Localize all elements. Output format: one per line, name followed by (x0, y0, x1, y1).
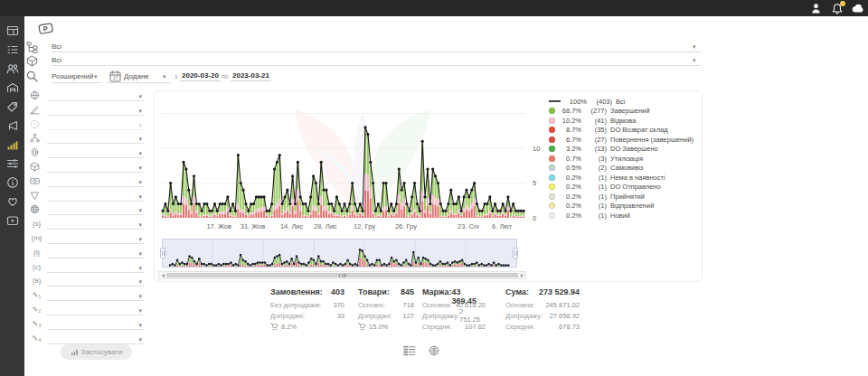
apply-filters-label: Застосувати (81, 348, 123, 356)
navigator-right-handle[interactable] (513, 248, 518, 258)
legend-item[interactable]: 0.2%(1)Відправлений (549, 202, 701, 212)
svg-text:23. Січ: 23. Січ (458, 222, 479, 230)
legend-item[interactable]: 0.5%(2)Самовивіз (549, 164, 701, 174)
svg-text:?: ? (33, 121, 37, 127)
legend-percent: 3.2% (558, 145, 581, 153)
date-field-select[interactable] (107, 70, 171, 83)
filter-select-custom-в[interactable]: ▾ (47, 275, 145, 287)
app-logo-icon (5, 1, 23, 15)
search-mode-select[interactable] (52, 70, 102, 83)
filter-select-fingerprint[interactable]: ▾ (47, 146, 145, 158)
nav-item-info[interactable] (3, 173, 23, 192)
filter-select-custom-s[interactable]: ▾ (47, 218, 145, 230)
nav-item-analytics[interactable] (3, 135, 23, 154)
tag-icon[interactable] (37, 22, 57, 36)
legend-item[interactable]: 0.7%(3)Утилізація (549, 154, 701, 164)
filter-select-question[interactable]: ▾ (47, 118, 145, 130)
nav-item-customers[interactable] (3, 59, 23, 78)
legend-item[interactable]: 6.7%(27)Повернення (завершений) (549, 135, 701, 145)
custom-field-icon: ✎₂ (30, 306, 43, 315)
nav-item-dashboard[interactable] (3, 21, 23, 40)
date-to-input[interactable]: 2023-03-21 (231, 71, 271, 81)
filter-select-custom-m[interactable]: ▾ (47, 232, 145, 244)
notifications-icon[interactable] (830, 2, 844, 15)
list-view-icon[interactable] (403, 345, 416, 356)
svg-text:28. Лис: 28. Лис (314, 222, 337, 230)
legend-item[interactable]: 0.2%(1)Нема в наявності (549, 173, 701, 183)
apply-filters-button[interactable]: Застосувати (61, 344, 132, 360)
legend-item[interactable]: 0.2%(1)Новий (549, 211, 701, 221)
legend-item[interactable]: 8.7%(35)DO Возврат склад (549, 126, 701, 136)
stat-label: Замовлення: (270, 287, 323, 299)
legend-item[interactable]: 0.2%(1)DO Отправлено (549, 183, 701, 193)
legend-dot-swatch (549, 174, 555, 181)
filter-select-globe-grid[interactable]: ▾ (47, 203, 145, 215)
filter-select-globe[interactable]: ▾ (47, 89, 145, 101)
legend-item[interactable]: 0.2%(1)Прийнятий (549, 192, 701, 202)
filter-row-custom-₃: ✎₃▾ (24, 317, 151, 330)
chevron-down-icon: ▾ (138, 336, 142, 343)
legend-count: (1) (581, 183, 607, 191)
filter-select-money[interactable]: ▾ (47, 175, 145, 187)
legend-item[interactable]: 68.7%(277)Завершений (549, 107, 701, 117)
filter-select-hierarchy[interactable]: ▾ (47, 132, 145, 144)
legend-count: (403) (587, 98, 612, 106)
filter-select-custom-₂[interactable]: ▾ (47, 304, 145, 315)
navigator-left-handle[interactable] (160, 248, 165, 258)
package-view-icon[interactable] (428, 345, 440, 356)
date-from-label: з (175, 73, 177, 80)
legend-item[interactable]: 10.2%(41)Відмова (549, 116, 701, 126)
status-filter-select[interactable] (52, 41, 701, 52)
legend-count: (1) (581, 202, 607, 210)
legend-dot-swatch (549, 118, 555, 124)
custom-field-icon: {c} (30, 263, 43, 272)
legend-dot-swatch (549, 127, 555, 133)
nav-item-store[interactable] (3, 78, 23, 97)
legend-label: Самовивіз (610, 164, 643, 172)
integrations-icon (6, 157, 19, 170)
hierarchy-icon (30, 133, 43, 143)
svg-text:12. Гру: 12. Гру (354, 222, 375, 230)
nav-item-broadcasts[interactable] (3, 116, 23, 135)
theme-icon[interactable] (851, 2, 864, 15)
question-icon: ? (30, 119, 43, 129)
stat-column: Сума:273 529.94Основна:245 871.02Допрода… (505, 287, 580, 332)
product-box-icon (26, 55, 38, 67)
filter-select-funnel[interactable]: ▾ (47, 190, 145, 202)
legend-label: Утилізація (610, 155, 643, 163)
search-icon[interactable] (26, 70, 38, 82)
filter-select-custom-₃[interactable]: ▾ (47, 318, 145, 330)
legend-item[interactable]: 100%(403)Всі (549, 97, 701, 107)
chart-navigator[interactable] (162, 237, 517, 269)
scroll-left-arrow[interactable] (159, 272, 166, 278)
filter-select-signature[interactable]: ▾ (47, 104, 145, 116)
filter-select-custom-₄[interactable]: ▾ (47, 333, 145, 344)
product-filter-select[interactable] (52, 54, 701, 66)
scrollbar-thumb[interactable] (166, 273, 518, 277)
stat-sub-label: Основна: (505, 301, 534, 309)
date-from-input[interactable]: 2020-03-20 (180, 71, 221, 81)
chevron-down-icon: ▾ (138, 265, 142, 272)
scroll-right-arrow[interactable] (518, 272, 525, 278)
legend-label: Всі (616, 98, 625, 106)
custom-field-icon: ✎₃ (30, 320, 43, 329)
nav-item-partners[interactable] (3, 192, 23, 211)
user-icon[interactable] (809, 2, 823, 15)
filter-select-box3d[interactable]: ▾ (47, 161, 145, 173)
nav-item-integrations[interactable] (3, 154, 23, 173)
filter-select-custom-c[interactable]: ▾ (47, 261, 145, 273)
nav-item-orders[interactable] (3, 40, 23, 59)
filter-row-custom-₂: ✎₂▾ (24, 303, 151, 315)
legend-item[interactable]: 3.2%(13)DO Завершено (549, 145, 701, 155)
filter-select-custom-₁[interactable]: ▾ (47, 289, 145, 301)
chevron-down-icon: ▾ (138, 322, 142, 329)
nav-item-promotions[interactable] (3, 97, 23, 116)
filter-select-custom-t[interactable]: ▾ (47, 247, 145, 258)
chart-card: 051017. Жов31. Жов14. Лис28. Лис12. Гру2… (154, 90, 703, 282)
chevron-down-icon: ▾ (693, 43, 696, 51)
legend-count: (1) (581, 193, 607, 201)
stat-sub-value: 15.0% (369, 323, 388, 331)
nav-item-tutorials[interactable] (3, 211, 23, 230)
funnel-icon (30, 191, 43, 201)
globe-icon (30, 90, 43, 100)
